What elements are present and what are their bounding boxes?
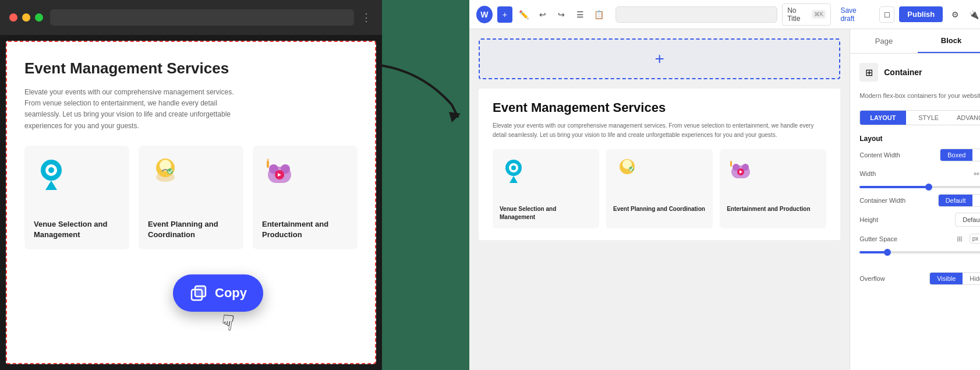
content-width-boxed[interactable]: Boxed	[940, 149, 972, 161]
canvas-planning-icon	[613, 156, 641, 184]
wp-toolbar: W + ✏️ ↩ ↪ ☰ 📋 No Title ⌘K Save draft □ …	[469, 0, 980, 29]
canvas-content: Event Management Services Elevate your e…	[479, 89, 840, 240]
width-slider-thumb[interactable]	[925, 184, 932, 191]
copy-button[interactable]: Copy	[173, 274, 263, 312]
right-wordpress-panel: W + ✏️ ↩ ↪ ☰ 📋 No Title ⌘K Save draft □ …	[469, 0, 980, 370]
tab-page[interactable]: Page	[850, 30, 918, 52]
browser-menu-left[interactable]: ⋮	[361, 11, 373, 24]
content-width-label: Content Width	[859, 151, 900, 158]
clipboard-icon[interactable]: 📋	[592, 7, 606, 22]
container-width-full[interactable]: Full	[972, 195, 980, 206]
container-width-default[interactable]: Default	[939, 195, 973, 206]
plugins-icon[interactable]: 🔌	[966, 7, 980, 22]
block-name-label: Container	[884, 68, 922, 77]
no-title-button[interactable]: No Title ⌘K	[782, 3, 831, 26]
canvas-entertainment-icon	[727, 156, 755, 184]
width-slider-track	[859, 186, 980, 188]
view-toggle-button[interactable]: □	[879, 6, 894, 23]
maximize-traffic-light[interactable]	[35, 13, 43, 22]
wp-logo[interactable]: W	[476, 6, 493, 23]
svg-point-20	[511, 165, 516, 170]
card-planning: Event Planning and Coordination	[139, 146, 243, 249]
container-width-toggle: Default Full	[938, 194, 980, 207]
tab-style[interactable]: STYLE	[906, 111, 951, 125]
width-resize-icon: ⇔	[970, 167, 980, 180]
width-slider-fill	[859, 186, 929, 188]
list-view-icon[interactable]: ☰	[573, 7, 587, 22]
svg-rect-14	[267, 158, 269, 162]
tab-layout[interactable]: LAYOUT	[860, 111, 905, 125]
gutter-slider-thumb[interactable]	[884, 249, 891, 256]
height-dropdown[interactable]: Default	[955, 213, 980, 227]
tab-advanced[interactable]: ADVANCED	[951, 111, 980, 125]
wp-editor-body: + Event Management Services Elevate your…	[469, 29, 980, 370]
minimize-traffic-light[interactable]	[22, 13, 30, 22]
svg-point-2	[48, 167, 54, 173]
block-description: Modern flex-box containers for your webs…	[859, 91, 980, 101]
gutter-slider[interactable]	[859, 251, 980, 253]
edit-tool-icon[interactable]: ✏️	[517, 7, 531, 22]
wp-canvas[interactable]: + Event Management Services Elevate your…	[469, 29, 850, 370]
block-icon: ⊞	[859, 63, 878, 82]
svg-rect-30	[730, 161, 732, 167]
canvas-planning-title: Event Planning and Coordination	[613, 205, 705, 213]
no-title-label: No Title	[787, 6, 808, 23]
url-bar-left[interactable]	[50, 9, 354, 26]
card-planning-title: Event Planning and Coordination	[148, 219, 234, 240]
width-label: Width	[859, 170, 876, 177]
overflow-row: Overflow Visible Hidden	[859, 272, 980, 285]
settings-icon[interactable]: ⚙	[947, 7, 963, 22]
canvas-venue-icon	[500, 156, 528, 184]
tab-block[interactable]: Block	[918, 29, 980, 53]
shortcut-badge: ⌘K	[812, 10, 826, 19]
height-label: Height	[859, 216, 878, 223]
gutter-value: 15	[859, 259, 980, 266]
width-slider[interactable]	[859, 186, 980, 188]
width-row: Width ⇔ %	[859, 167, 980, 180]
sidebar-body: ⊞ Container Modern flex-box containers f…	[850, 54, 980, 370]
canvas-venue-title: Venue Selection and Management	[500, 205, 592, 221]
content-width-full[interactable]: Full	[972, 149, 980, 161]
gutter-link-icon: ⊞	[953, 232, 966, 245]
green-divider	[382, 0, 469, 370]
layout-section-label: Layout	[859, 135, 882, 143]
layout-section-header: Layout	[859, 135, 980, 143]
svg-marker-17	[449, 112, 461, 122]
gutter-input-group: ⊞ px ⌄	[953, 232, 980, 245]
canvas-title: Event Management Services	[493, 100, 826, 115]
container-width-row: Container Width Default Full	[859, 194, 980, 207]
close-traffic-light[interactable]	[9, 13, 17, 22]
drop-zone-plus-icon: +	[654, 50, 664, 68]
wp-sidebar: Page Block ✕ ⊞ Container Modern flex-box…	[850, 29, 980, 370]
redo-icon[interactable]: ↪	[554, 7, 568, 22]
save-draft-button[interactable]: Save draft	[836, 4, 875, 25]
canvas-card-venue: Venue Selection and Management	[493, 149, 599, 228]
gutter-unit[interactable]: px	[970, 234, 980, 244]
undo-icon[interactable]: ↩	[536, 7, 550, 22]
left-editor-content: Event Management Services Elevate your e…	[6, 41, 376, 364]
left-page-title: Event Management Services	[24, 59, 358, 77]
canvas-card-entertainment: Entertainment and Production	[720, 149, 826, 228]
gutter-label: Gutter Space	[859, 235, 897, 242]
card-venue-title: Venue Selection and Management	[34, 219, 120, 240]
cards-row-left: Venue Selection and Management Event Pla…	[24, 146, 358, 249]
publish-button[interactable]: Publish	[899, 6, 943, 22]
traffic-lights-left	[9, 13, 43, 22]
canvas-cards-row: Venue Selection and Management	[493, 149, 826, 228]
settings-icons-group: ⚙ 🔌 ⋮	[947, 7, 980, 22]
drop-zone-container[interactable]: +	[479, 38, 840, 79]
svg-marker-21	[510, 176, 518, 183]
url-bar-right[interactable]	[615, 6, 778, 23]
venue-icon	[34, 155, 69, 190]
canvas-desc: Elevate your events with our comprehensi…	[493, 121, 826, 140]
overflow-toggle: Visible Hidden	[929, 272, 980, 285]
sidebar-tabs-header: Page Block ✕	[850, 29, 980, 54]
left-page-desc: Elevate your events with our comprehensi…	[24, 87, 246, 132]
container-width-label: Container Width	[859, 197, 905, 204]
overflow-hidden[interactable]: Hidden	[963, 273, 980, 284]
copy-label: Copy	[215, 286, 247, 301]
left-browser-panel: ⋮ Event Management Services Elevate your…	[0, 0, 382, 370]
add-block-button[interactable]: +	[497, 6, 512, 23]
copy-icon	[189, 284, 208, 302]
overflow-visible[interactable]: Visible	[930, 273, 963, 284]
